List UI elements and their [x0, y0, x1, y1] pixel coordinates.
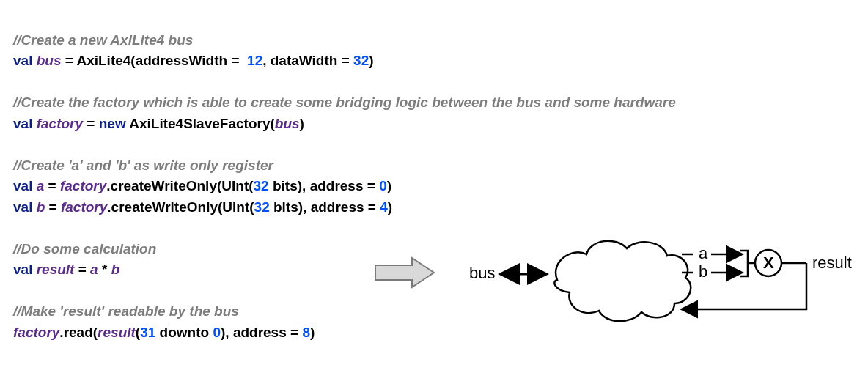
kw-val: val — [13, 53, 37, 68]
kw-val: val — [13, 178, 37, 193]
txt: = AxiLite4(addressWidth = — [61, 53, 247, 68]
id-factory: factory — [61, 199, 107, 215]
comment: //Make 'result' readable by the bus — [13, 303, 239, 319]
txt: bits), address = — [269, 178, 379, 193]
page: //Create a new AxiLite4 bus val bus = Ax… — [0, 0, 868, 373]
num: 32 — [254, 199, 270, 215]
id-a: a — [37, 178, 45, 193]
id-b: b — [37, 199, 45, 215]
comment: //Do some calculation — [13, 241, 156, 256]
txt: ) — [388, 199, 392, 215]
kw-val: val — [13, 199, 37, 215]
num: 8 — [302, 325, 310, 340]
txt: .createWriteOnly(UInt( — [107, 199, 254, 215]
id-bus: bus — [37, 53, 62, 68]
result-label: result — [812, 254, 852, 272]
id-factory: factory — [13, 325, 59, 340]
id-factory: factory — [60, 178, 106, 193]
id-a: a — [90, 262, 98, 277]
id-b: b — [111, 262, 120, 277]
x-label: X — [763, 254, 774, 272]
num: 4 — [380, 199, 388, 215]
id-factory: factory — [37, 116, 83, 131]
txt: AxiLite4SlaveFactory( — [129, 116, 275, 131]
bus-label: bus — [469, 264, 495, 282]
kw-new: new — [99, 116, 130, 131]
txt: ) — [387, 178, 391, 193]
id-result: result — [98, 325, 136, 340]
id-result: result — [37, 262, 75, 277]
txt: = — [74, 262, 90, 277]
num: 12 — [247, 53, 262, 68]
txt: bits), address = — [270, 199, 380, 215]
txt: .read( — [59, 325, 98, 340]
num: 32 — [353, 53, 369, 68]
comment: //Create the factory which is able to cr… — [13, 95, 676, 110]
num: 32 — [254, 178, 269, 193]
num: 0 — [213, 325, 221, 340]
txt: downto — [155, 325, 213, 340]
cloud-icon — [554, 241, 691, 321]
txt: = — [45, 199, 61, 215]
txt: ) — [310, 325, 315, 340]
comment: //Create a new AxiLite4 bus — [13, 32, 193, 48]
num: 0 — [379, 178, 387, 193]
txt: = — [44, 178, 60, 193]
kw-val: val — [13, 262, 37, 277]
svg-marker-0 — [375, 258, 434, 287]
txt: , dataWidth = — [262, 53, 353, 68]
a-label: a — [699, 244, 708, 262]
comment: //Create 'a' and 'b' as write only regis… — [13, 158, 273, 173]
arrow-icon — [375, 258, 434, 287]
b-label: b — [699, 262, 707, 281]
kw-val: val — [13, 116, 37, 131]
txt: ) — [300, 116, 304, 131]
txt: ) — [369, 53, 373, 68]
txt: = — [83, 116, 99, 131]
txt: .createWriteOnly(UInt( — [106, 178, 253, 193]
txt: ), address = — [221, 325, 302, 340]
num: 31 — [140, 325, 155, 340]
txt: * — [98, 262, 111, 277]
id-bus: bus — [275, 116, 300, 131]
diagram: bus a b X result — [367, 229, 865, 339]
